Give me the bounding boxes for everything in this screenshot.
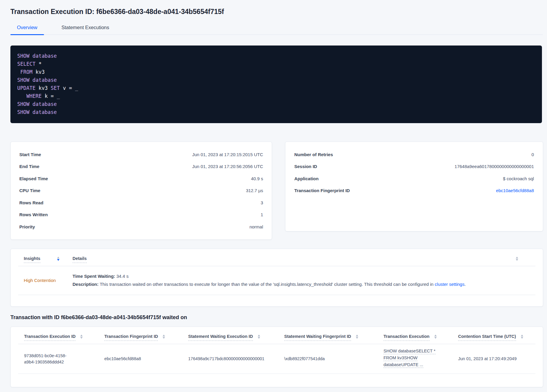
tab-statement-executions[interactable]: Statement Executions [55,25,116,35]
column-sort-label[interactable]: Transaction Execution [383,334,430,341]
sql-line: FROM kv3 [17,68,536,76]
stat-label: Transaction Fingerprint ID [294,188,350,193]
insight-description-line: Description: This transaction waited on … [73,281,535,287]
cell-contention-start-time: Jun 01, 2023 at 17:20:49:2049 [458,356,535,362]
sql-statements-box: SHOW database SELECT * FROM kv3 SHOW dat… [10,46,542,123]
sort-asc-icon [434,335,437,336]
column-header-statement-waiting-execution-id: Statement Waiting Execution ID [188,334,284,341]
transaction-execution-details-page: Transaction Execution ID: f6be6366-da03-… [0,0,547,392]
sql-line: SELECT * [17,60,536,68]
sort-icon[interactable] [434,335,437,339]
sort-asc-icon [521,335,523,336]
sql-token: k = _ [42,93,60,99]
insight-waiting-line: Time Spent Waiting: 34.4 s [73,273,535,279]
insight-table-row: High Contention Time Spent Waiting: 34.4… [18,266,535,295]
transaction-execution-snippet-line[interactable]: databaseUPDATE ... [383,362,423,368]
stat-row-transaction-fingerprint-id: Transaction Fingerprint ID ebc10ae56cfd8… [294,185,534,197]
stat-value: 1 [261,212,263,217]
cell-transaction-execution-id: 9738d051-bc0e-4158-a9b4-1903586ddd42 [24,353,82,365]
sql-line: SHOW database [17,76,536,84]
stat-row-cpu-time: CPU Time 312.7 µs [19,185,263,197]
sort-icon[interactable] [516,257,518,261]
sort-desc-icon [356,337,358,339]
stat-row-application: Application $ cockroach sql [294,173,534,185]
sort-desc-icon [258,337,260,339]
description-text: This transaction waited on other transac… [100,282,435,287]
sql-token: v = _ [60,85,78,91]
table-row: 9738d051-bc0e-4158-a9b4-1903586ddd42 ebc… [18,344,535,374]
sql-token: SHOW database [17,101,57,107]
tab-bar: Overview Statement Executions [10,25,543,35]
sql-token: SHOW database [17,109,57,115]
stat-row-rows-read: Rows Read 3 [19,197,263,209]
cell-transaction-execution: SHOW databaseSELECT * FROM kv3SHOW datab… [383,349,458,369]
sort-desc-icon [516,259,518,261]
stat-label: Application [294,176,319,181]
sort-icon[interactable] [57,257,59,261]
waited-on-table-header: Transaction Execution ID Transaction Fin… [18,327,535,344]
waited-on-heading: Transaction with ID f6be6366-da03-48de-a… [10,314,543,321]
sql-token: * [35,61,41,67]
column-sort-label[interactable]: Statement Waiting Execution ID [188,334,253,341]
stat-label: Number of Retries [294,152,333,157]
column-header-transaction-execution: Transaction Execution [383,334,458,341]
cell-statement-waiting-execution-id: 176498a9c717bdc80000000000000001 [188,356,284,362]
stat-label: Start Time [19,152,41,157]
stat-value: $ cockroach sql [503,176,534,181]
sql-token: SET [51,85,60,91]
column-sort-label[interactable]: Contention Start Time (UTC) [458,334,516,341]
sql-line: WHERE k = _ [17,92,536,100]
transaction-execution-snippet-line[interactable]: SHOW databaseSELECT * [383,349,436,354]
cluster-settings-link[interactable]: cluster settings [435,282,464,287]
sort-asc-icon [57,257,59,258]
stat-row-elapsed-time: Elapsed Time 40.9 s [19,173,263,185]
stat-row-priority: Priority normal [19,221,263,233]
stat-row-start-time: Start Time Jun 01, 2023 at 17:20:15:2015… [19,148,263,161]
stat-value: 0 [532,152,534,157]
column-sort-label[interactable]: Statement Waiting Fingerprint ID [284,334,351,341]
column-header-transaction-execution-id: Transaction Execution ID [24,334,104,341]
details-column-header[interactable]: Details [73,256,87,263]
stat-value: normal [249,224,263,229]
transaction-fingerprint-id-link[interactable]: ebc10ae56cfd88a8 [496,188,534,193]
sort-desc-icon [434,337,437,339]
sort-icon[interactable] [521,335,523,339]
description-label: Description: [73,282,99,287]
stat-value: Jun 01, 2023 at 17:20:15:2015 UTC [192,152,263,157]
sql-line: SHOW database [17,100,536,108]
cell-transaction-fingerprint-id: ebc10ae56cfd88a8 [104,356,188,362]
stat-label: Rows Written [19,212,48,217]
execution-stats-card: Start Time Jun 01, 2023 at 17:20:15:2015… [10,142,272,240]
stat-value: 17648a9eea6017800000000000000001 [455,164,534,169]
stat-label: Priority [19,224,35,229]
sql-token: UPDATE [17,85,35,91]
insights-table-card: Insights Details High Contention Time Sp… [10,249,543,307]
sql-line: UPDATE kv3 SET v = _ [17,84,536,92]
sql-token: WHERE [17,93,42,99]
stat-label: End Time [19,164,39,169]
cell-statement-waiting-fingerprint-id: \xdb8922f077541dda [284,356,383,362]
insights-table-header: Insights Details [18,249,535,266]
sort-icon[interactable] [80,335,83,339]
stat-value: 3 [261,200,263,205]
sort-icon[interactable] [356,335,358,339]
sort-asc-icon [516,257,518,258]
sort-icon[interactable] [258,335,260,339]
sql-line: SHOW database [17,52,536,60]
sql-token: SHOW database [17,53,57,59]
page-title: Transaction Execution ID: f6be6366-da03-… [10,8,543,16]
insights-sort-header[interactable]: Insights [24,256,40,263]
insights-column-header: Insights [18,256,73,263]
sort-icon[interactable] [163,335,165,339]
sort-desc-icon [57,259,59,261]
transaction-execution-snippet-line[interactable]: FROM kv3SHOW [383,355,417,361]
stat-label: Rows Read [19,200,43,205]
tab-overview[interactable]: Overview [10,25,44,35]
waiting-time-value: 34.4 s [117,274,129,279]
stat-value: 40.9 s [251,176,263,181]
page-content: Transaction Execution ID: f6be6366-da03-… [0,0,547,387]
column-sort-label[interactable]: Transaction Fingerprint ID [104,334,158,341]
column-header-statement-waiting-fingerprint-id: Statement Waiting Fingerprint ID [284,334,383,341]
sql-token: FROM [17,69,32,75]
column-sort-label[interactable]: Transaction Execution ID [24,334,76,341]
